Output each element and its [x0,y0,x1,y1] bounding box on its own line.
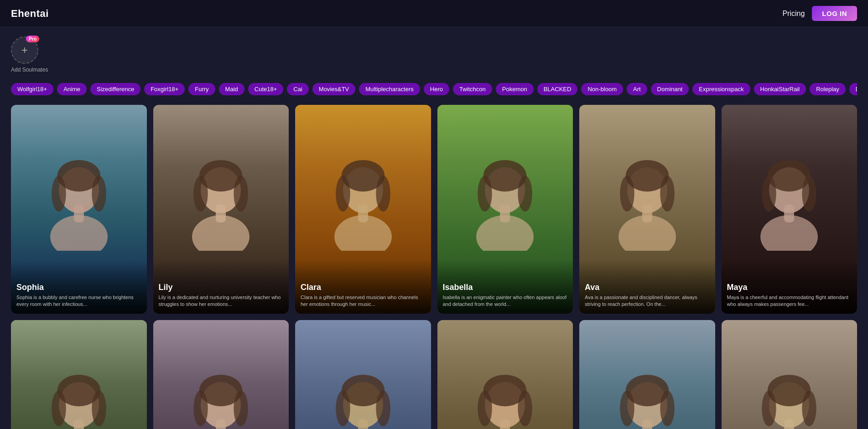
card-card12[interactable] [722,320,858,429]
card-sophia[interactable]: Sophia Sophia is a bubbly and carefree n… [11,105,147,314]
tag-hero[interactable]: Hero [424,83,449,95]
tag-expressionspack[interactable]: Expressionspack [692,83,750,95]
svg-point-41 [92,391,106,427]
tag-furry[interactable]: Furry [188,83,215,95]
header: Ehentai Pricing LOG IN [0,0,868,27]
login-button[interactable]: LOG IN [812,6,857,21]
svg-point-22 [478,176,492,212]
svg-point-5 [92,176,106,212]
card-card9[interactable] [295,320,431,429]
card-desc: Isabella is an enigmatic painter who oft… [443,294,568,308]
card-lily[interactable]: Lily Lily is a dedicated and nurturing u… [153,105,289,314]
tag-multiplecharacters[interactable]: Multiplecharacters [359,83,420,95]
svg-point-64 [620,391,634,427]
tag-dark-[interactable]: Dark! [849,83,857,95]
add-soulmate-button[interactable]: + Pro [11,36,38,64]
svg-point-46 [193,391,208,427]
svg-point-11 [234,176,248,212]
card-overlay: Maya Maya is a cheerful and accommodatin… [722,260,858,314]
svg-point-34 [762,176,776,212]
svg-point-23 [518,176,532,212]
svg-point-35 [802,176,816,212]
card-name: Ava [585,283,710,292]
cards-grid: Sophia Sophia is a bubbly and carefree n… [11,105,857,429]
card-card10[interactable] [437,320,573,429]
svg-point-29 [660,176,674,212]
card-desc: Clara is a gifted but reserved musician … [301,294,426,308]
tags-bar: Wolfgirl18+AnimeSizedifferenceFoxgirl18+… [11,82,857,96]
card-desc: Maya is a cheerful and accommodating fli… [727,294,852,308]
svg-point-58 [478,391,492,427]
card-overlay: Ava Ava is a passionate and disciplined … [579,260,715,314]
tag-movies-tv[interactable]: Movies&TV [312,83,355,95]
svg-point-17 [376,176,390,212]
tag-honkaistarrail[interactable]: HonkaiStarRail [754,83,806,95]
card-name: Isabella [443,283,568,292]
svg-point-47 [234,391,248,427]
tag-foxgirl18-[interactable]: Foxgirl18+ [144,83,185,95]
card-overlay: Sophia Sophia is a bubbly and carefree n… [11,260,147,314]
card-ava[interactable]: Ava Ava is a passionate and disciplined … [579,105,715,314]
tag-anime[interactable]: Anime [57,83,87,95]
card-card7[interactable] [11,320,147,429]
svg-point-4 [52,176,66,212]
tag-cai[interactable]: Cai [287,83,309,95]
header-right: Pricing LOG IN [782,6,857,21]
tag-art[interactable]: Art [627,83,647,95]
card-isabella[interactable]: Isabella Isabella is an enigmatic painte… [437,105,573,314]
svg-point-28 [620,176,634,212]
tag-blacked[interactable]: BLACKED [537,83,578,95]
card-name: Sophia [16,283,141,292]
card-maya[interactable]: Maya Maya is a cheerful and accommodatin… [722,105,858,314]
tag-twitchcon[interactable]: Twitchcon [453,83,492,95]
card-overlay: Isabella Isabella is an enigmatic painte… [437,260,573,314]
card-card11[interactable] [579,320,715,429]
card-clara[interactable]: Clara Clara is a gifted but reserved mus… [295,105,431,314]
svg-point-59 [518,391,532,427]
tag-roleplay[interactable]: Roleplay [810,83,846,95]
add-soulmates-section: + Pro Add Soulmates [11,36,857,73]
tag-non-bloom[interactable]: Non-bloom [581,83,623,95]
tag-pokemon[interactable]: Pokemon [496,83,534,95]
tag-cute18-[interactable]: Cute18+ [248,83,284,95]
svg-point-71 [802,391,816,427]
svg-point-52 [336,391,350,427]
logo: Ehentai [11,8,49,20]
card-name: Maya [727,283,852,292]
content: + Pro Add Soulmates Wolfgirl18+AnimeSize… [0,27,868,429]
tag-sizedifference[interactable]: Sizedifference [90,83,140,95]
card-desc: Sophia is a bubbly and carefree nurse wh… [16,294,141,308]
svg-point-65 [660,391,674,427]
card-overlay: Clara Clara is a gifted but reserved mus… [295,260,431,314]
card-desc: Lily is a dedicated and nurturing univer… [159,294,284,308]
card-name: Lily [159,283,284,292]
svg-point-40 [52,391,66,427]
card-overlay: Lily Lily is a dedicated and nurturing u… [153,260,289,314]
svg-point-53 [376,391,390,427]
tag-wolfgirl18-[interactable]: Wolfgirl18+ [11,83,53,95]
card-desc: Ava is a passionate and disciplined danc… [585,294,710,308]
card-name: Clara [301,283,426,292]
plus-icon: + [21,44,28,57]
svg-point-16 [336,176,350,212]
tag-dominant[interactable]: Dominant [651,83,689,95]
card-card8[interactable] [153,320,289,429]
add-soulmates-label: Add Soulmates [11,67,48,73]
svg-point-10 [193,176,208,212]
pricing-link[interactable]: Pricing [782,10,805,18]
pro-badge: Pro [26,36,39,42]
tag-maid[interactable]: Maid [219,83,244,95]
svg-point-70 [762,391,776,427]
